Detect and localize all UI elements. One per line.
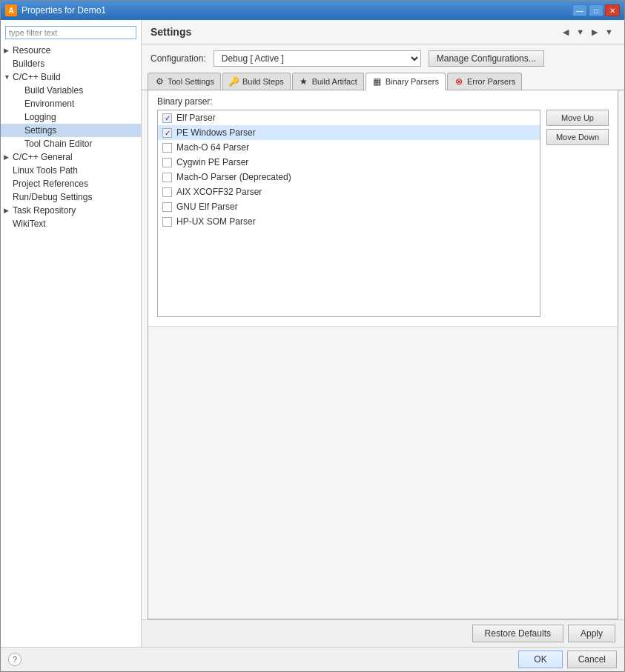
build-artifact-icon: ★ — [299, 76, 309, 87]
sidebar-item-project-refs[interactable]: Project References — [1, 177, 141, 190]
lower-area — [148, 326, 618, 619]
config-bar: Configuration: Debug [ Active ] Manage C… — [142, 44, 624, 73]
main-window: A Properties for Demo1 — □ ✕ ▶ Resource … — [0, 0, 625, 672]
tab-build-steps-label: Build Steps — [242, 77, 284, 86]
move-up-button[interactable]: Move Up — [546, 110, 609, 126]
title-bar: A Properties for Demo1 — □ ✕ — [1, 1, 624, 20]
manage-configurations-button[interactable]: Manage Configurations... — [429, 50, 544, 67]
binary-parser-label: Binary parser: — [148, 90, 618, 110]
parser-checkbox-macho-deprecated[interactable] — [162, 173, 172, 182]
parser-checkbox-aix[interactable] — [162, 187, 172, 197]
forward-dropdown-button[interactable]: ▼ — [603, 27, 615, 37]
parser-label-pe-windows: PE Windows Parser — [176, 127, 256, 138]
parser-label-elf: Elf Parser — [176, 113, 216, 123]
sidebar-item-cpp-general[interactable]: ▶ C/C++ General — [1, 150, 141, 164]
app-icon: A — [5, 4, 17, 16]
parser-label-hp-ux: HP-UX SOM Parser — [176, 216, 256, 227]
parser-label-macho-deprecated: Mach-O Parser (Deprecated) — [176, 172, 291, 182]
help-button[interactable]: ? — [8, 653, 22, 666]
sidebar-item-settings[interactable]: Settings — [1, 124, 141, 137]
tabs-bar: ⚙ Tool Settings 🔑 Build Steps ★ Build Ar… — [142, 73, 624, 90]
maximize-button[interactable]: □ — [589, 4, 603, 16]
back-button[interactable]: ◀ — [560, 27, 571, 38]
right-panel: Settings ◀ ▼ ▶ ▼ Configuration: Debug [ … — [142, 20, 624, 647]
parser-item-cygwin[interactable]: Cygwin PE Parser — [158, 155, 540, 170]
tabs-content: Binary parser: ✓ Elf Parser ✓ PE W — [142, 90, 624, 619]
forward-button[interactable]: ▶ — [589, 27, 600, 38]
cancel-button[interactable]: Cancel — [567, 651, 617, 668]
nav-dropdown-button[interactable]: ▼ — [574, 27, 586, 37]
window-title: Properties for Demo1 — [22, 5, 106, 16]
config-label: Configuration: — [151, 53, 206, 64]
search-input[interactable] — [5, 26, 136, 39]
tab-build-artifact[interactable]: ★ Build Artifact — [292, 73, 364, 90]
minimize-button[interactable]: — — [572, 4, 587, 16]
expand-arrow: ▶ — [4, 207, 13, 214]
parser-checkbox-cygwin[interactable] — [162, 158, 172, 167]
tab-binary-parsers[interactable]: ▦ Binary Parsers — [366, 73, 446, 90]
sidebar-item-wikitext[interactable]: WikiText — [1, 217, 141, 230]
sidebar-item-run-debug[interactable]: Run/Debug Settings — [1, 190, 141, 204]
ok-button[interactable]: OK — [518, 651, 562, 668]
tool-settings-icon: ⚙ — [154, 76, 165, 87]
parser-item-macho-deprecated[interactable]: Mach-O Parser (Deprecated) — [158, 170, 540, 184]
sidebar: ▶ Resource Builders ▼ C/C++ Build Build … — [1, 20, 142, 647]
parser-item-hp-ux[interactable]: HP-UX SOM Parser — [158, 214, 540, 229]
parser-checkbox-gnu-elf[interactable] — [162, 202, 172, 212]
sidebar-item-environment[interactable]: Environment — [1, 97, 141, 110]
parsers-top: Binary parser: ✓ Elf Parser ✓ PE W — [148, 90, 618, 326]
parser-item-gnu-elf[interactable]: GNU Elf Parser — [158, 199, 540, 214]
expand-arrow: ▶ — [4, 47, 13, 54]
apply-button[interactable]: Apply — [568, 625, 615, 642]
restore-apply-bar: Restore Defaults Apply — [142, 619, 624, 647]
tab-build-steps[interactable]: 🔑 Build Steps — [222, 73, 291, 90]
parsers-list: ✓ Elf Parser ✓ PE Windows Parser Mach-O … — [157, 110, 540, 317]
parsers-buttons: Move Up Move Down — [546, 110, 609, 317]
sidebar-item-build-variables[interactable]: Build Variables — [1, 84, 141, 97]
parser-label-cygwin: Cygwin PE Parser — [176, 157, 248, 167]
sidebar-item-builders[interactable]: Builders — [1, 57, 141, 70]
ok-cancel-buttons: OK Cancel — [518, 651, 617, 668]
parser-checkbox-pe-windows[interactable]: ✓ — [162, 128, 172, 138]
parsers-container: ✓ Elf Parser ✓ PE Windows Parser Mach-O … — [148, 110, 618, 323]
tab-build-artifact-label: Build Artifact — [312, 77, 357, 86]
close-button[interactable]: ✕ — [605, 4, 620, 16]
inner-content: Binary parser: ✓ Elf Parser ✓ PE W — [148, 90, 618, 619]
config-select[interactable]: Debug [ Active ] — [214, 50, 421, 67]
parser-checkbox-hp-ux[interactable] — [162, 217, 172, 227]
build-steps-icon: 🔑 — [229, 76, 239, 87]
parser-item-macho-64[interactable]: Mach-O 64 Parser — [158, 140, 540, 155]
binary-parsers-icon: ▦ — [372, 76, 383, 87]
bottom-bar: ? OK Cancel — [1, 647, 624, 671]
tab-error-parsers[interactable]: ⊗ Error Parsers — [447, 73, 522, 90]
parser-label-macho-64: Mach-O 64 Parser — [176, 142, 249, 153]
nav-buttons: ◀ ▼ ▶ ▼ — [560, 27, 615, 38]
settings-header: Settings ◀ ▼ ▶ ▼ — [142, 20, 624, 44]
parser-checkbox-macho-64[interactable] — [162, 143, 172, 153]
expand-arrow: ▼ — [4, 73, 13, 81]
restore-defaults-button[interactable]: Restore Defaults — [472, 625, 563, 642]
parser-label-gnu-elf: GNU Elf Parser — [176, 202, 238, 212]
sidebar-item-linux-tools[interactable]: Linux Tools Path — [1, 164, 141, 177]
error-parsers-icon: ⊗ — [454, 76, 464, 87]
move-down-button[interactable]: Move Down — [546, 129, 609, 145]
expand-arrow: ▶ — [4, 153, 13, 161]
parser-item-aix[interactable]: AIX XCOFF32 Parser — [158, 184, 540, 199]
parser-checkbox-elf[interactable]: ✓ — [162, 113, 172, 123]
tab-tool-settings[interactable]: ⚙ Tool Settings — [148, 73, 221, 90]
sidebar-item-cpp-build[interactable]: ▼ C/C++ Build — [1, 70, 141, 84]
parser-item-elf[interactable]: ✓ Elf Parser — [158, 110, 540, 125]
sidebar-item-tool-chain-editor[interactable]: Tool Chain Editor — [1, 137, 141, 150]
tab-binary-parsers-label: Binary Parsers — [386, 77, 439, 86]
settings-title: Settings — [151, 26, 191, 38]
parser-label-aix: AIX XCOFF32 Parser — [176, 187, 262, 197]
sidebar-item-logging[interactable]: Logging — [1, 110, 141, 124]
parser-item-pe-windows[interactable]: ✓ PE Windows Parser — [158, 125, 540, 140]
sidebar-item-resource[interactable]: ▶ Resource — [1, 44, 141, 57]
sidebar-item-task-repo[interactable]: ▶ Task Repository — [1, 204, 141, 217]
tab-error-parsers-label: Error Parsers — [467, 77, 515, 86]
main-content: ▶ Resource Builders ▼ C/C++ Build Build … — [1, 20, 624, 647]
tab-tool-settings-label: Tool Settings — [168, 77, 214, 86]
